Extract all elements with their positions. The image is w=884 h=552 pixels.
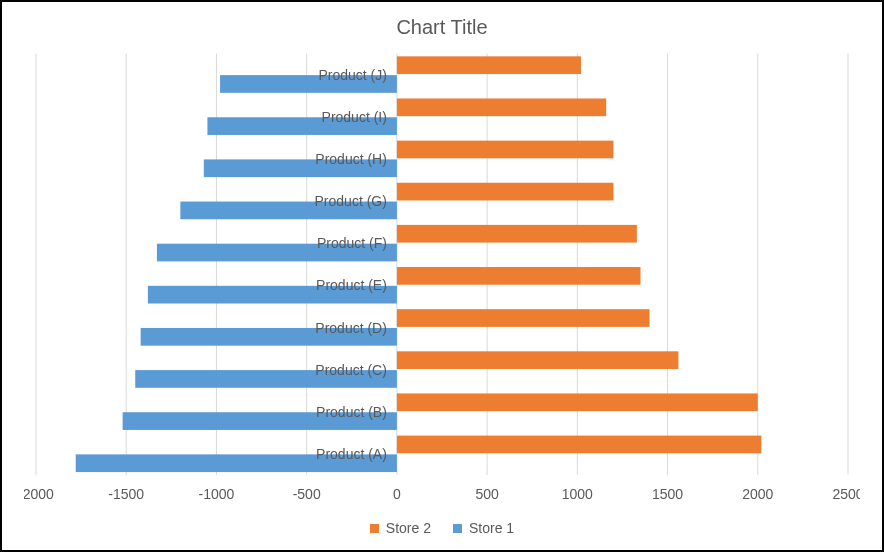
svg-text:-1500: -1500 xyxy=(108,485,144,502)
legend-swatch-store2 xyxy=(370,524,379,533)
legend-item-store1: Store 1 xyxy=(453,520,514,536)
category-label-0: Product (A) xyxy=(316,445,387,462)
legend: Store 2 Store 1 xyxy=(24,514,860,538)
plot-area: -2000-1500-1000-50005001000150020002500P… xyxy=(24,47,860,514)
bar-store2-6 xyxy=(397,183,614,201)
category-label-2: Product (C) xyxy=(315,361,387,378)
svg-text:-1000: -1000 xyxy=(199,485,235,502)
svg-text:2500: 2500 xyxy=(832,485,860,502)
category-label-3: Product (D) xyxy=(315,319,387,336)
svg-text:1000: 1000 xyxy=(562,485,593,502)
bar-store2-0 xyxy=(397,436,761,454)
bar-store2-7 xyxy=(397,141,614,159)
svg-text:-500: -500 xyxy=(293,485,321,502)
bar-store2-3 xyxy=(397,309,650,327)
chart-frame: Chart Title -2000-1500-1000-500050010001… xyxy=(0,0,884,552)
category-label-1: Product (B) xyxy=(316,403,387,420)
bar-store2-8 xyxy=(397,98,606,116)
svg-text:2000: 2000 xyxy=(742,485,773,502)
svg-text:1500: 1500 xyxy=(652,485,683,502)
legend-swatch-store1 xyxy=(453,524,462,533)
category-label-6: Product (G) xyxy=(315,193,387,210)
bar-store2-4 xyxy=(397,267,641,285)
svg-text:-2000: -2000 xyxy=(24,485,54,502)
category-label-8: Product (I) xyxy=(322,108,387,125)
legend-label-store2: Store 2 xyxy=(386,520,431,536)
category-label-4: Product (E) xyxy=(316,277,387,294)
legend-label-store1: Store 1 xyxy=(469,520,514,536)
category-label-9: Product (J) xyxy=(318,66,386,83)
bar-store2-1 xyxy=(397,393,758,411)
bar-store2-9 xyxy=(397,56,581,74)
chart-title: Chart Title xyxy=(24,16,860,39)
legend-item-store2: Store 2 xyxy=(370,520,431,536)
category-label-5: Product (F) xyxy=(317,235,387,252)
svg-text:0: 0 xyxy=(393,485,401,502)
chart-svg: -2000-1500-1000-50005001000150020002500P… xyxy=(24,47,860,514)
bar-store2-5 xyxy=(397,225,637,243)
svg-text:500: 500 xyxy=(475,485,498,502)
bar-store2-2 xyxy=(397,351,678,369)
category-label-7: Product (H) xyxy=(315,150,387,167)
